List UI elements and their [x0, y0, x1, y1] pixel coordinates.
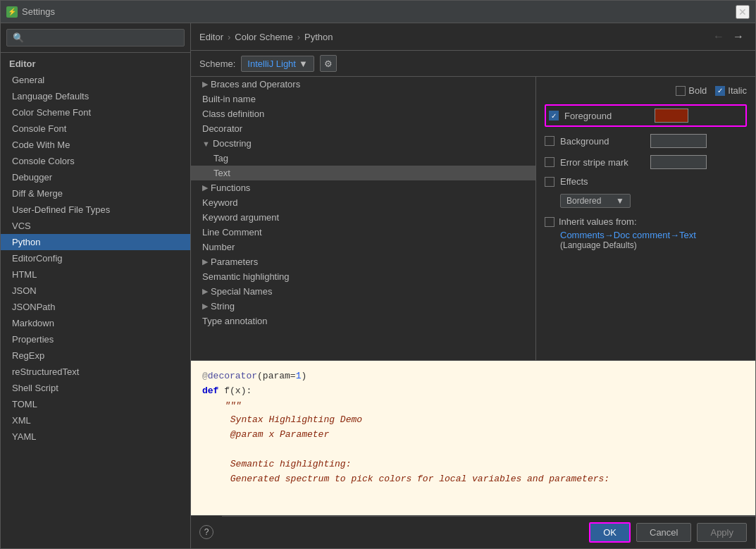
inherit-link[interactable]: Comments→Doc comment→Text: [560, 230, 696, 240]
sidebar-item-general[interactable]: General: [1, 72, 190, 88]
effects-checkbox[interactable]: [545, 177, 554, 187]
sidebar-item-toml[interactable]: TOML: [1, 396, 190, 412]
tree-class-definition[interactable]: Class definition: [191, 106, 535, 121]
code-docstring-text4: Generated spectrum to pick colors for lo…: [225, 474, 609, 484]
sidebar-nav: Editor General Language Defaults Color S…: [1, 53, 190, 548]
breadcrumb-sep1: ›: [228, 32, 230, 42]
tree-braces-operators[interactable]: ▶ Braces and Operators: [191, 77, 535, 92]
sidebar-item-yaml[interactable]: YAML: [1, 428, 190, 445]
close-button[interactable]: ✕: [736, 5, 750, 19]
sidebar-item-restructuredtext[interactable]: reStructuredText: [1, 364, 190, 380]
breadcrumb-editor: Editor: [199, 32, 223, 42]
expand-icon: ▶: [202, 80, 208, 89]
code-decorator-name: decorator: [208, 371, 257, 381]
sidebar-item-html[interactable]: HTML: [1, 266, 190, 283]
sidebar-item-xml[interactable]: XML: [1, 412, 190, 428]
scheme-gear-button[interactable]: ⚙: [320, 55, 337, 72]
app-icon: ⚡: [6, 6, 18, 18]
code-fname: f: [224, 385, 230, 396]
expand-icon: ▶: [202, 183, 208, 192]
ok-button[interactable]: OK: [589, 522, 631, 543]
sidebar-item-user-defined[interactable]: User-Defined File Types: [1, 202, 190, 218]
tree-docstring[interactable]: ▼ Docstring: [191, 136, 535, 151]
search-box: [1, 23, 190, 53]
tree-semantic-highlighting[interactable]: Semantic highlighting: [191, 269, 535, 284]
props-panel: Bold Italic Foreground: [536, 77, 755, 360]
background-checkbox[interactable]: [545, 136, 554, 146]
tree-type-annotation[interactable]: Type annotation: [191, 314, 535, 328]
cancel-button[interactable]: Cancel: [636, 523, 691, 542]
code-line-7: Semantic highlighting:: [202, 457, 744, 472]
sidebar-item-console-colors[interactable]: Console Colors: [1, 153, 190, 169]
code-line-3: """: [202, 399, 744, 414]
chevron-down-icon: ▼: [299, 58, 308, 69]
sidebar-item-markdown[interactable]: Markdown: [1, 315, 190, 331]
sidebar-item-color-scheme-font[interactable]: Color Scheme Font: [1, 104, 190, 121]
inherit-row: Inherit values from:: [545, 216, 747, 227]
code-fcparen: ):: [241, 385, 252, 396]
tree-number[interactable]: Number: [191, 240, 535, 254]
tree-string[interactable]: ▶ String: [191, 299, 535, 314]
main-content: Editor › Color Scheme › Python ← → Schem…: [191, 23, 755, 548]
foreground-checkbox[interactable]: [549, 111, 559, 121]
code-line-1: @decorator(param=1): [202, 369, 744, 384]
sidebar-item-json[interactable]: JSON: [1, 283, 190, 299]
inherit-checkbox[interactable]: [545, 217, 554, 227]
sidebar-item-code-with-me[interactable]: Code With Me: [1, 137, 190, 153]
code-docstring-text1: Syntax Highlighting Demo: [225, 414, 362, 425]
sidebar-item-diff-merge[interactable]: Diff & Merge: [1, 185, 190, 202]
breadcrumb-python: Python: [304, 32, 333, 42]
forward-button[interactable]: →: [730, 29, 747, 44]
code-at: @: [202, 371, 208, 381]
code-fparen: (: [230, 385, 235, 396]
effects-type-dropdown[interactable]: Bordered ▼: [560, 194, 631, 208]
tree-keyword-argument[interactable]: Keyword argument: [191, 210, 535, 225]
error-stripe-swatch[interactable]: [650, 155, 707, 169]
tree-line-comment[interactable]: Line Comment: [191, 225, 535, 240]
code-def: def: [202, 385, 218, 396]
code-eq: =: [290, 371, 296, 381]
sidebar-item-console-font[interactable]: Console Font: [1, 121, 190, 137]
sidebar-item-debugger[interactable]: Debugger: [1, 169, 190, 185]
code-line-6: [202, 443, 744, 457]
foreground-row: Foreground: [545, 104, 747, 127]
background-color-swatch[interactable]: [650, 134, 707, 148]
action-bar: OK Cancel Apply: [222, 516, 755, 548]
scheme-label: Scheme:: [199, 58, 235, 69]
italic-checkbox[interactable]: [715, 86, 725, 96]
sidebar-item-regexp[interactable]: RegExp: [1, 347, 190, 364]
scheme-dropdown[interactable]: IntelliJ Light ▼: [241, 56, 314, 72]
content-area: Editor General Language Defaults Color S…: [1, 23, 755, 548]
sidebar-item-jsonpath[interactable]: JSONPath: [1, 299, 190, 315]
code-docstring-start: """: [225, 400, 241, 411]
sidebar-item-properties[interactable]: Properties: [1, 331, 190, 347]
tree-builtin-name[interactable]: Built-in name: [191, 92, 535, 106]
sidebar-item-editorconfig[interactable]: EditorConfig: [1, 250, 190, 266]
tree-decorator[interactable]: Decorator: [191, 121, 535, 136]
sidebar-item-vcs[interactable]: VCS: [1, 218, 190, 234]
bold-checkbox[interactable]: [676, 86, 686, 96]
foreground-color-swatch[interactable]: [655, 109, 688, 123]
code-line-2: def f(x):: [202, 384, 744, 399]
tree-docstring-text[interactable]: Text: [191, 166, 535, 180]
sidebar-item-language-defaults[interactable]: Language Defaults: [1, 88, 190, 104]
tree-keyword[interactable]: Keyword: [191, 195, 535, 210]
error-stripe-checkbox[interactable]: [545, 157, 554, 167]
tree-docstring-tag[interactable]: Tag: [191, 151, 535, 166]
scheme-bar: Scheme: IntelliJ Light ▼ ⚙: [191, 51, 755, 77]
sidebar-item-python[interactable]: Python: [1, 234, 190, 250]
tree-functions[interactable]: ▶ Functions: [191, 180, 535, 195]
expand-icon: ▶: [202, 302, 208, 311]
apply-button[interactable]: Apply: [697, 523, 747, 542]
tree-special-names[interactable]: ▶ Special Names: [191, 284, 535, 299]
sidebar-item-shell-script[interactable]: Shell Script: [1, 380, 190, 396]
bold-label: Bold: [676, 85, 707, 96]
back-button[interactable]: ←: [710, 29, 727, 44]
italic-label: Italic: [715, 85, 747, 96]
tree-parameters[interactable]: ▶ Parameters: [191, 254, 535, 269]
code-docstring-text3: Semantic highlighting:: [225, 459, 351, 469]
foreground-label: Foreground: [564, 111, 649, 121]
search-input[interactable]: [6, 29, 185, 47]
help-button[interactable]: ?: [199, 525, 213, 539]
bold-italic-row: Bold Italic: [545, 85, 747, 96]
